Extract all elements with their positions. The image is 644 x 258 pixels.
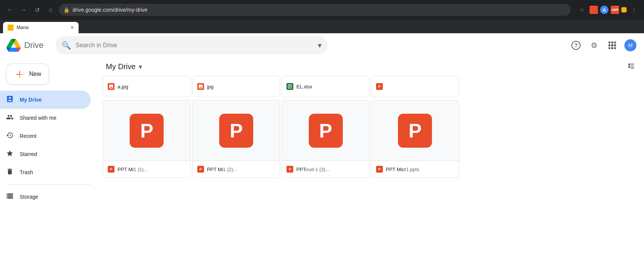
browser-actions: ☆ A ABP ⋮	[577, 5, 639, 15]
ppt-large-icon: P	[309, 114, 343, 148]
file-card[interactable]: P P PPT Mi1 (1)...	[103, 100, 191, 178]
gear-icon: ⚙	[591, 41, 598, 50]
file-card[interactable]: P P PPT Mi1 (2)...	[192, 100, 280, 178]
file-name-ppt1: PPT Mi1 (1)...	[118, 167, 186, 172]
file-card-small[interactable]: EL.xlsx	[282, 76, 370, 97]
grid-icon	[608, 42, 616, 49]
sidebar-item-label-starred: Starred	[20, 151, 37, 157]
my-drive-icon	[6, 95, 14, 105]
drive-logo-text: Drive	[24, 40, 43, 50]
search-bar[interactable]: 🔍 ▾	[56, 36, 328, 54]
file-grid: P P PPT Mi1 (1)... P	[97, 99, 644, 184]
bookmark-button[interactable]: ☆	[577, 5, 587, 15]
ppt-type-icon: P	[286, 166, 293, 173]
more-button[interactable]: ⋮	[629, 5, 639, 15]
content-title: My Drive	[106, 62, 136, 71]
apps-button[interactable]	[605, 38, 620, 53]
browser-chrome: ← → ↺ ⌂ 🔒 drive.google.com/drive/my-driv…	[0, 0, 644, 20]
trash-icon	[6, 168, 14, 177]
file-card[interactable]: P P PPToud-1 (3)...	[282, 100, 370, 178]
content-title-dropdown[interactable]: ▾	[139, 63, 142, 71]
reload-button[interactable]: ↺	[32, 5, 42, 15]
ext-yellow[interactable]	[621, 7, 627, 12]
sidebar-item-my-drive[interactable]: My Drive	[0, 91, 91, 109]
file-card-info: P PPT Micr1.pptx	[372, 161, 459, 178]
tab-title: Mansi	[17, 25, 66, 30]
drive-logo[interactable]: Drive	[6, 39, 43, 52]
account-button[interactable]: M	[623, 38, 638, 53]
search-input[interactable]	[76, 42, 313, 49]
ppt-type-icon: P	[376, 166, 383, 173]
sidebar-item-storage[interactable]: Storage	[0, 188, 91, 206]
starred-icon	[6, 150, 14, 159]
app-header: Drive 🔍 ▾ ? ⚙	[0, 33, 644, 57]
file-type-icon	[108, 83, 115, 90]
app: Drive 🔍 ▾ ? ⚙	[0, 33, 644, 258]
file-name-ppt2: PPT Mi1 (2)...	[207, 167, 276, 172]
ext-red[interactable]	[590, 6, 598, 14]
view-toggle-button[interactable]	[627, 62, 635, 71]
file-type-icon	[286, 83, 293, 90]
help-button[interactable]: ?	[568, 38, 584, 53]
ppt-type-icon: P	[108, 166, 115, 173]
search-icon: 🔍	[62, 41, 71, 50]
new-button-label: New	[29, 71, 41, 77]
tab-bar: Mansi ✕	[0, 20, 644, 33]
ext-blue[interactable]: A	[600, 6, 608, 14]
file-card-small[interactable]: jpg	[192, 76, 280, 97]
sidebar-item-label-storage: Storage	[20, 194, 38, 200]
sidebar-item-shared[interactable]: Shared with me	[0, 109, 91, 127]
drive-logo-icon	[6, 39, 21, 52]
url-text: drive.google.com/drive/my-drive	[73, 7, 147, 13]
tab-favicon	[8, 25, 14, 31]
ppt-large-icon: P	[130, 114, 164, 148]
forward-button[interactable]: →	[18, 5, 29, 15]
back-button[interactable]: ←	[5, 5, 15, 15]
file-card-preview: P	[103, 100, 190, 161]
home-button[interactable]: ⌂	[45, 5, 56, 15]
file-name-ppt3: PPToud-1 (3)...	[296, 167, 365, 172]
file-card-preview: P	[372, 100, 459, 161]
file-type-icon: P	[376, 83, 383, 90]
top-row-files: a.jpg jpg EL.xlsx P	[97, 74, 644, 99]
search-bar-container: 🔍 ▾	[56, 36, 328, 54]
sidebar-item-starred[interactable]: Starred	[0, 145, 91, 163]
ext-abp[interactable]: ABP	[611, 6, 619, 14]
file-card-info: P PPT Mi1 (2)...	[193, 161, 280, 178]
content: My Drive ▾ a.jpg jpg	[97, 57, 644, 258]
file-card-info: P PPToud-1 (3)...	[282, 161, 369, 178]
file-type-icon	[197, 83, 204, 90]
new-button[interactable]: New	[6, 63, 49, 85]
file-card-small[interactable]: P	[371, 76, 459, 97]
file-name: a.jpg	[118, 84, 186, 90]
sidebar: New My Drive Shared with me Recent	[0, 57, 97, 258]
file-name-ppt4: PPT Micr1.pptx	[386, 167, 454, 172]
file-card-preview: P	[282, 100, 369, 161]
file-card-preview: P	[193, 100, 280, 161]
lock-icon: 🔒	[63, 7, 70, 13]
recent-icon	[6, 131, 14, 141]
ppt-large-icon: P	[398, 114, 432, 148]
tab-close[interactable]: ✕	[70, 25, 74, 30]
ppt-type-icon: P	[197, 166, 204, 173]
header-actions: ? ⚙ M	[568, 38, 638, 53]
settings-button[interactable]: ⚙	[587, 38, 602, 53]
file-card[interactable]: P P PPT Micr1.pptx	[371, 100, 459, 178]
file-name: EL.xlsx	[296, 84, 365, 90]
sidebar-item-label-shared: Shared with me	[20, 115, 56, 121]
shared-icon	[6, 113, 14, 123]
main-area: New My Drive Shared with me Recent	[0, 57, 644, 258]
sidebar-item-label-my-drive: My Drive	[20, 97, 42, 103]
search-dropdown-icon[interactable]: ▾	[318, 41, 322, 50]
sidebar-item-recent[interactable]: Recent	[0, 127, 91, 145]
file-card-info: P PPT Mi1 (1)...	[103, 161, 190, 178]
new-button-icon	[14, 69, 25, 79]
address-bar[interactable]: 🔒 drive.google.com/drive/my-drive	[59, 4, 571, 16]
sidebar-item-label-trash: Trash	[20, 169, 33, 175]
file-name: jpg	[207, 84, 276, 90]
active-tab[interactable]: Mansi ✕	[3, 22, 79, 33]
ppt-large-icon: P	[219, 114, 253, 148]
file-card-small[interactable]: a.jpg	[103, 76, 191, 97]
sidebar-item-trash[interactable]: Trash	[0, 163, 91, 181]
avatar: M	[624, 39, 636, 51]
